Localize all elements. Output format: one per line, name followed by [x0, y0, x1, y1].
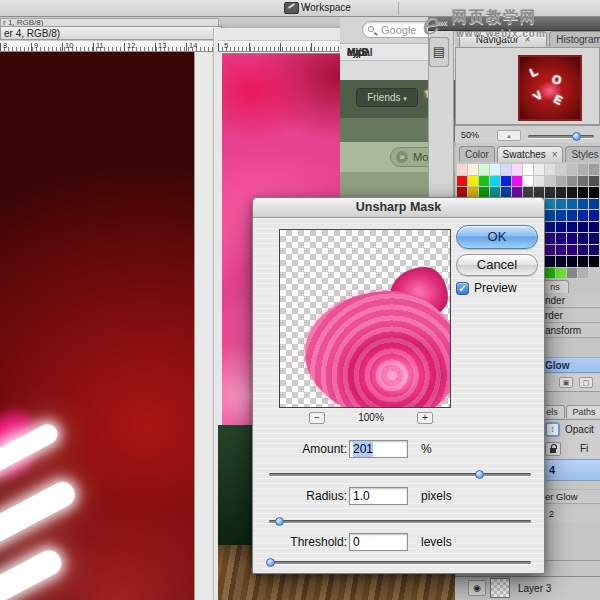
workspace-button[interactable]: Workspace▾	[301, 1, 396, 16]
preview-checkbox[interactable]: ✓	[456, 282, 469, 295]
color-swatch[interactable]	[457, 187, 467, 198]
color-swatch[interactable]	[523, 176, 533, 187]
slider-knob[interactable]	[275, 517, 284, 526]
slider-knob[interactable]	[475, 470, 484, 479]
color-swatch[interactable]	[578, 187, 588, 198]
color-swatch[interactable]	[567, 222, 577, 233]
color-swatch[interactable]	[490, 176, 500, 187]
cancel-button[interactable]: Cancel	[456, 254, 538, 276]
red-love-canvas[interactable]	[0, 52, 194, 600]
color-swatch[interactable]	[545, 256, 555, 267]
color-swatch[interactable]	[545, 187, 555, 198]
tab-paths[interactable]: Paths	[566, 405, 600, 418]
color-swatch[interactable]	[589, 245, 599, 256]
radius-slider[interactable]	[269, 520, 531, 523]
close-icon[interactable]: ×	[552, 149, 558, 160]
amount-slider[interactable]	[269, 473, 531, 476]
color-swatch[interactable]	[567, 268, 577, 279]
color-swatch[interactable]	[556, 210, 566, 221]
color-swatch[interactable]	[556, 268, 566, 279]
color-swatch[interactable]	[578, 233, 588, 244]
threshold-input[interactable]: 0	[349, 533, 408, 551]
zoom-in-button[interactable]: +	[417, 412, 433, 424]
color-swatch[interactable]	[512, 164, 522, 175]
color-swatch[interactable]	[556, 164, 566, 175]
color-swatch[interactable]	[457, 176, 467, 187]
color-swatch[interactable]	[589, 233, 599, 244]
color-swatch[interactable]	[589, 256, 599, 267]
color-swatch[interactable]	[523, 164, 533, 175]
color-swatch[interactable]	[512, 187, 522, 198]
friends-button[interactable]: Friends ▾	[356, 88, 418, 107]
color-swatch[interactable]	[567, 256, 577, 267]
layer-thumbnail[interactable]	[490, 578, 510, 598]
lock-icon[interactable]	[545, 442, 561, 456]
radius-input[interactable]: 1.0	[349, 487, 408, 505]
threshold-slider[interactable]	[269, 561, 531, 564]
color-swatch[interactable]	[501, 187, 511, 198]
layer3-row[interactable]: ◉ Layer 3	[455, 576, 600, 600]
tab-color[interactable]: Color	[459, 146, 495, 162]
color-swatch[interactable]	[479, 176, 489, 187]
color-swatch[interactable]	[523, 187, 533, 198]
visibility-eye-icon[interactable]: ◉	[468, 580, 486, 596]
color-swatch[interactable]	[556, 233, 566, 244]
color-swatch[interactable]	[567, 199, 577, 210]
color-swatch[interactable]	[545, 245, 555, 256]
color-swatch[interactable]	[578, 222, 588, 233]
color-swatch[interactable]	[545, 210, 555, 221]
close-icon[interactable]: ×	[524, 34, 530, 45]
color-swatch[interactable]	[468, 187, 478, 198]
tab-histogram[interactable]: Histogram	[549, 31, 600, 47]
info-panel-icon[interactable]: ▤	[429, 37, 449, 67]
color-swatch[interactable]	[578, 245, 588, 256]
color-swatch[interactable]	[534, 176, 544, 187]
color-swatch[interactable]	[567, 164, 577, 175]
amount-input[interactable]: 201	[349, 440, 408, 458]
color-swatch[interactable]	[556, 187, 566, 198]
zoom-out-button[interactable]: −	[309, 412, 325, 424]
color-swatch[interactable]	[578, 268, 588, 279]
navigator-thumbnail[interactable]: LOVE	[518, 55, 582, 121]
color-swatch[interactable]	[589, 268, 599, 279]
color-swatch[interactable]	[589, 187, 599, 198]
color-swatch[interactable]	[457, 164, 467, 175]
color-swatch[interactable]	[490, 187, 500, 198]
color-swatch[interactable]	[578, 210, 588, 221]
color-swatch[interactable]	[501, 176, 511, 187]
color-swatch[interactable]	[556, 176, 566, 187]
color-swatch[interactable]	[567, 245, 577, 256]
color-swatch[interactable]	[589, 210, 599, 221]
tab-styles[interactable]: Styles	[565, 146, 600, 162]
color-swatch[interactable]	[512, 176, 522, 187]
navigator-zoom-slider[interactable]	[528, 135, 594, 138]
color-swatch[interactable]	[534, 164, 544, 175]
color-swatch[interactable]	[468, 176, 478, 187]
color-swatch[interactable]	[578, 256, 588, 267]
stepper-icon[interactable]: ↕	[545, 422, 560, 437]
color-swatch[interactable]	[556, 256, 566, 267]
navigator-zoom-value[interactable]: 50%	[461, 130, 479, 140]
color-swatch[interactable]	[578, 176, 588, 187]
tab-swatches[interactable]: Swatches ×	[497, 146, 563, 162]
tool-options-icon[interactable]	[284, 2, 299, 14]
slider-knob[interactable]	[266, 558, 275, 567]
color-swatch[interactable]	[556, 222, 566, 233]
list-panel-tab[interactable]: ns	[541, 280, 569, 293]
color-swatch[interactable]	[501, 164, 511, 175]
color-swatch[interactable]	[545, 199, 555, 210]
color-swatch[interactable]	[545, 164, 555, 175]
color-swatch[interactable]	[479, 187, 489, 198]
color-swatch[interactable]	[545, 176, 555, 187]
collapse-panels-icon[interactable]: ««	[438, 18, 447, 29]
color-swatch[interactable]	[490, 164, 500, 175]
color-swatch[interactable]	[545, 268, 555, 279]
bookmark-item[interactable]: MyS	[347, 47, 368, 58]
panel-icon-button[interactable]: ▢	[579, 377, 593, 388]
color-swatch[interactable]	[556, 245, 566, 256]
dialog-title[interactable]: Unsharp Mask	[253, 198, 544, 218]
color-swatch[interactable]	[556, 199, 566, 210]
ok-button[interactable]: OK	[456, 225, 538, 249]
zoom-out-icon[interactable]: ▲	[497, 130, 521, 141]
color-swatch[interactable]	[578, 164, 588, 175]
